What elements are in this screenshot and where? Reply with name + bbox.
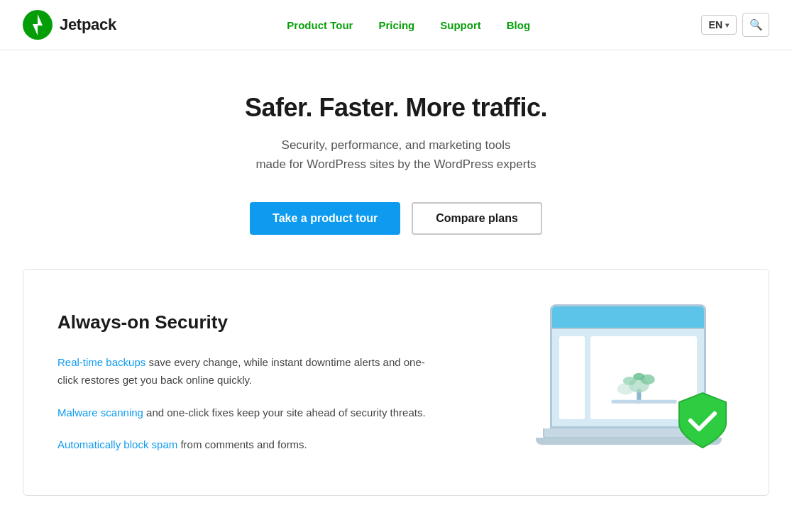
real-time-backups-link[interactable]: Real-time backups xyxy=(57,356,145,368)
malware-scanning-link[interactable]: Malware scanning xyxy=(57,406,143,419)
language-label: EN xyxy=(709,19,722,31)
laptop-sidebar xyxy=(559,336,585,419)
security-illustration xyxy=(536,304,735,460)
hero-title: Safer. Faster. More traffic. xyxy=(14,93,778,123)
search-icon: 🔍 xyxy=(749,18,763,31)
logo-area[interactable]: Jetpack xyxy=(23,10,116,40)
language-selector[interactable]: EN ▾ xyxy=(701,15,737,35)
svg-point-7 xyxy=(633,373,644,380)
security-card: Always-on Security Real-time backups sav… xyxy=(23,269,769,496)
nav-blog[interactable]: Blog xyxy=(497,15,540,35)
card-text-area: Always-on Security Real-time backups sav… xyxy=(57,311,427,454)
svg-rect-9 xyxy=(611,400,676,404)
block-spam-link[interactable]: Automatically block spam xyxy=(57,438,177,450)
svg-point-8 xyxy=(617,383,634,394)
main-nav: Product Tour Pricing Support Blog xyxy=(277,15,540,35)
compare-plans-button[interactable]: Compare plans xyxy=(412,202,542,235)
logo-text: Jetpack xyxy=(60,16,116,34)
hero-buttons: Take a product tour Compare plans xyxy=(14,202,778,235)
site-header: Jetpack Product Tour Pricing Support Blo… xyxy=(0,0,792,50)
nav-support[interactable]: Support xyxy=(430,15,491,35)
nav-product-tour[interactable]: Product Tour xyxy=(277,15,363,35)
card-paragraph-malware: Malware scanning and one-click fixes kee… xyxy=(57,404,427,422)
chevron-down-icon: ▾ xyxy=(725,21,729,29)
card-paragraph-backups: Real-time backups save every change, whi… xyxy=(57,353,427,389)
hero-subtitle: Security, performance, and marketing too… xyxy=(14,135,778,174)
card-title: Always-on Security xyxy=(57,311,427,333)
nav-right: EN ▾ 🔍 xyxy=(701,13,769,37)
card-paragraph-spam: Automatically block spam from comments a… xyxy=(57,436,427,454)
plant-illustration xyxy=(607,349,681,407)
nav-pricing[interactable]: Pricing xyxy=(368,15,424,35)
hero-section: Safer. Faster. More traffic. Security, p… xyxy=(0,50,792,269)
shield-security-icon xyxy=(671,389,735,453)
jetpack-logo-icon xyxy=(23,10,53,40)
laptop-header-bar xyxy=(552,306,704,329)
take-product-tour-button[interactable]: Take a product tour xyxy=(250,202,400,235)
search-button[interactable]: 🔍 xyxy=(742,13,769,37)
